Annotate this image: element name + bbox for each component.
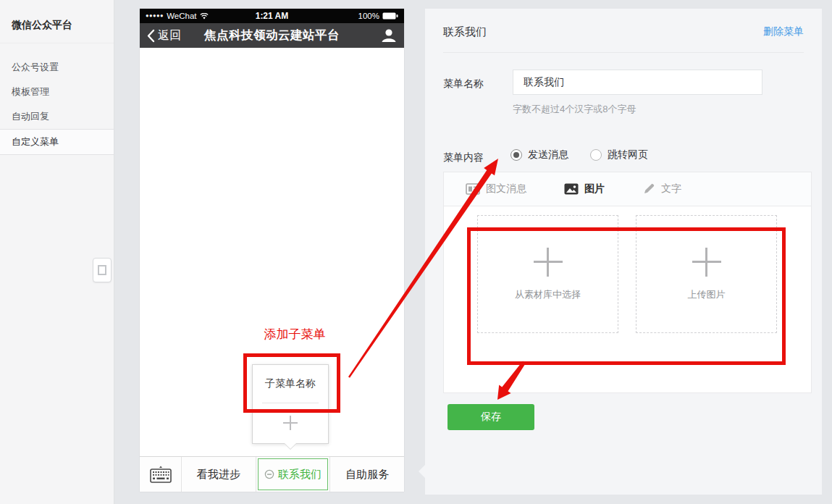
wifi-icon <box>200 13 209 20</box>
battery-icon <box>382 12 398 20</box>
menu-tab-label: 联系我们 <box>278 468 322 482</box>
radio-selected-icon <box>510 149 522 161</box>
panel-notch <box>419 465 425 478</box>
menu-name-label: 菜单名称 <box>443 77 484 91</box>
editor-title: 联系我们 <box>443 25 487 39</box>
tab-label: 图片 <box>584 182 605 196</box>
sidebar-divider <box>0 43 114 43</box>
profile-button[interactable] <box>381 28 397 43</box>
menu-tab-label: 自助服务 <box>345 468 389 482</box>
delete-menu-link[interactable]: 删除菜单 <box>763 25 804 38</box>
phone-status-bar: ●●●●● WeChat 1:21 AM 100% <box>140 9 404 23</box>
tab-label: 文字 <box>661 182 681 196</box>
menu-tab-label: 看我进步 <box>197 468 240 482</box>
annotation-add-submenu-note: 添加子菜单 <box>240 326 349 343</box>
menu-tab-contact-us[interactable]: 联系我们 <box>256 457 330 492</box>
content-tab-strip: 图文消息 图片 文字 <box>444 172 811 206</box>
signal-dots-icon: ●●●●● <box>146 12 164 19</box>
phone-page-title: 焦点科技领动云建站平台 <box>204 28 340 43</box>
editor-divider <box>443 52 804 53</box>
news-icon <box>466 183 480 195</box>
radio-send-message[interactable]: 发送消息 <box>510 148 568 161</box>
content-type-radios: 发送消息 跳转网页 <box>510 148 648 161</box>
plus-icon <box>283 416 298 430</box>
collapse-menu-icon <box>264 469 274 479</box>
popup-notch <box>285 443 296 449</box>
collapse-icon <box>98 265 106 275</box>
menu-tab-self-service[interactable]: 自助服务 <box>329 457 404 492</box>
keyboard-toggle-button[interactable] <box>140 457 182 492</box>
editor-header: 联系我们 删除菜单 <box>425 9 822 43</box>
sidebar-item-custom-menu[interactable]: 自定义菜单 <box>0 129 114 155</box>
sidebar: 微信公众平台 公众号设置 模板管理 自动回复 自定义菜单 <box>0 0 114 504</box>
chevron-left-icon <box>147 29 155 43</box>
app-title: 微信公众平台 <box>0 0 114 27</box>
phone-nav-bar: 返回 焦点科技领动云建站平台 <box>140 23 404 48</box>
radio-unselected-icon <box>590 149 602 161</box>
radio-label: 跳转网页 <box>608 148 648 161</box>
keyboard-icon <box>150 466 172 483</box>
status-left: ●●●●● WeChat <box>146 12 230 20</box>
pencil-icon <box>642 182 655 196</box>
menu-content-label: 菜单内容 <box>443 151 484 164</box>
menu-name-input[interactable] <box>513 70 762 95</box>
profile-icon <box>381 28 397 43</box>
tab-text[interactable]: 文字 <box>642 182 681 196</box>
selected-menu-tab-box: 联系我们 <box>258 458 329 490</box>
annotation-rect-submenu <box>243 353 340 413</box>
sidebar-item-auto-reply[interactable]: 自动回复 <box>0 104 114 129</box>
save-button[interactable]: 保存 <box>447 404 534 430</box>
radio-jump-webpage[interactable]: 跳转网页 <box>590 148 648 161</box>
sidebar-collapse-handle[interactable] <box>93 258 112 282</box>
image-icon <box>564 183 579 195</box>
clock: 1:21 AM <box>230 11 314 21</box>
sidebar-item-template-management[interactable]: 模板管理 <box>0 80 114 104</box>
menu-name-hint: 字数不超过4个汉字或8个字母 <box>513 103 636 116</box>
sidebar-nav: 公众号设置 模板管理 自动回复 自定义菜单 <box>0 55 114 155</box>
carrier-label: WeChat <box>167 12 196 20</box>
phone-preview: ●●●●● WeChat 1:21 AM 100% <box>140 9 404 492</box>
tab-label: 图文消息 <box>486 182 526 196</box>
sidebar-item-account-settings[interactable]: 公众号设置 <box>0 55 114 80</box>
status-right: 100% <box>314 12 398 20</box>
back-label: 返回 <box>158 28 181 43</box>
tab-image[interactable]: 图片 <box>564 182 605 196</box>
wechat-mp-custom-menu-page: 微信公众平台 公众号设置 模板管理 自动回复 自定义菜单 ●●●●● WeCha… <box>0 0 832 504</box>
phone-menu-bar: 看我进步 联系我们 自助服务 <box>140 456 404 492</box>
annotation-rect-upload <box>467 227 786 365</box>
radio-label: 发送消息 <box>528 148 568 161</box>
back-button[interactable]: 返回 <box>147 28 181 43</box>
battery-percent: 100% <box>358 12 379 20</box>
tab-news-message[interactable]: 图文消息 <box>466 182 526 196</box>
menu-tab-see-my-progress[interactable]: 看我进步 <box>182 457 256 492</box>
